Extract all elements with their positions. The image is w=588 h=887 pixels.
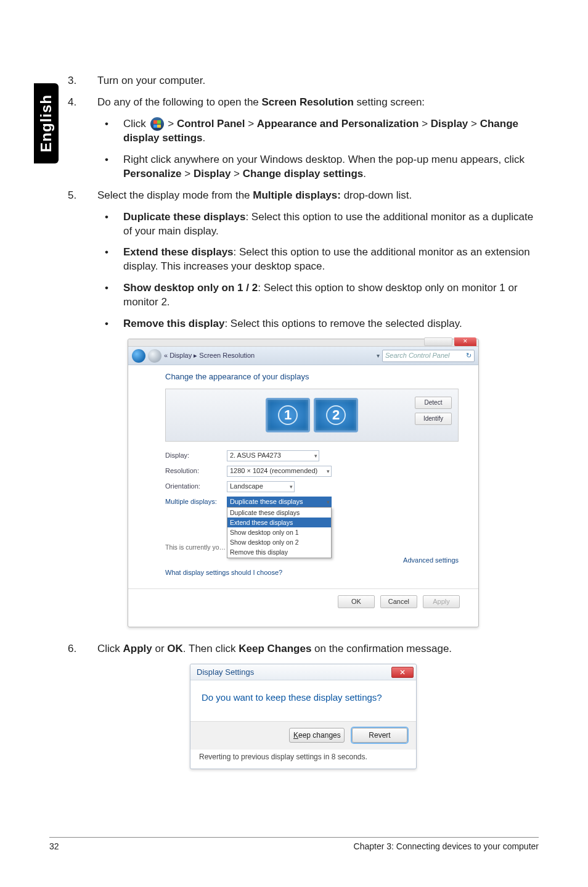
- step-5-opt-1-text: Duplicate these displays: Select this op…: [123, 210, 539, 239]
- text: >: [165, 118, 177, 130]
- text: or: [152, 643, 168, 654]
- start-orb-icon: [150, 117, 164, 131]
- text: >: [245, 118, 256, 130]
- step-5-opt-4-text: Remove this display: Select this options…: [123, 317, 539, 331]
- step-3: 3. Turn on your computer.: [68, 74, 539, 88]
- multiple-displays-select[interactable]: Duplicate these displays: [227, 497, 332, 508]
- window-minmax-icon[interactable]: [424, 337, 452, 346]
- step-5-opt-1: • Duplicate these displays: Select this …: [97, 210, 539, 239]
- ok-button[interactable]: OK: [338, 595, 375, 608]
- step-4-bullet-1: • Click > Control Panel > Appearance and…: [97, 117, 539, 146]
- step-4-bullet-2: • Right click anywhere on your Windows d…: [97, 153, 539, 181]
- dropdown-opt-only2[interactable]: Show desktop only on 2: [227, 537, 331, 547]
- text: >: [231, 168, 242, 179]
- text: Right click anywhere on your Windows des…: [123, 154, 525, 165]
- page-number: 32: [49, 841, 59, 851]
- dropdown-opt-duplicate[interactable]: Duplicate these displays: [227, 508, 331, 518]
- text-bold: Multiple displays:: [253, 189, 341, 201]
- text-bold: Extend these displays: [123, 246, 234, 258]
- what-settings-link[interactable]: What display settings should I choose?: [165, 568, 459, 577]
- search-refresh-icon[interactable]: ↻: [466, 351, 472, 360]
- orientation-select[interactable]: Landscape: [227, 481, 295, 492]
- text: >: [419, 118, 430, 130]
- language-tab-label: English: [38, 94, 55, 152]
- text: Select the display mode from the: [97, 189, 253, 201]
- step-5-opt-2: • Extend these displays: Select this opt…: [97, 245, 539, 274]
- resolution-select[interactable]: 1280 × 1024 (recommended): [227, 466, 332, 477]
- step-5: 5. Select the display mode from the Mult…: [68, 189, 539, 203]
- display-label: Display:: [165, 451, 227, 460]
- text: .: [363, 168, 366, 179]
- dropdown-opt-extend[interactable]: Extend these displays: [227, 518, 331, 527]
- multiple-displays-label: Multiple displays:: [165, 497, 227, 506]
- step-6-number: 6.: [68, 642, 97, 656]
- display-row: Display: 2. ASUS PA4273: [165, 450, 459, 461]
- language-tab: English: [34, 83, 59, 163]
- step-3-number: 3.: [68, 74, 97, 88]
- keep-changes-button[interactable]: Keep changes: [289, 728, 345, 743]
- text: >: [468, 118, 480, 130]
- dropdown-opt-only1[interactable]: Show desktop only on 1: [227, 527, 331, 537]
- step-5-text: Select the display mode from the Multipl…: [97, 189, 539, 203]
- forward-button-icon[interactable]: [148, 349, 161, 363]
- text-bold: Display: [194, 168, 231, 179]
- text-bold: Show desktop only on 1 / 2: [123, 282, 258, 294]
- back-button-icon[interactable]: [132, 349, 145, 363]
- text: drop-down list.: [341, 189, 412, 201]
- breadcrumb-dropdown-icon[interactable]: ▾: [377, 352, 380, 360]
- page-footer: 32 Chapter 3: Connecting devices to your…: [49, 837, 539, 851]
- text-bold: OK: [167, 643, 183, 654]
- dropdown-opt-remove[interactable]: Remove this display: [227, 547, 331, 557]
- text: eep changes: [298, 731, 341, 740]
- bullet-marker: •: [97, 153, 123, 181]
- orientation-label: Orientation:: [165, 482, 227, 491]
- dialog-close-icon[interactable]: ✕: [391, 667, 414, 678]
- orientation-row: Orientation: Landscape: [165, 481, 459, 492]
- step-5-opt-3-text: Show desktop only on 1 / 2: Select this …: [123, 281, 539, 310]
- window-titlebar: ✕: [128, 339, 478, 347]
- detect-button[interactable]: Detect: [415, 397, 452, 409]
- step-4-bullet-2-text: Right click anywhere on your Windows des…: [123, 153, 539, 181]
- identify-button[interactable]: Identify: [415, 413, 452, 425]
- step-4-text: Do any of the following to open the Scre…: [97, 96, 539, 110]
- step-4-number: 4.: [68, 96, 97, 110]
- step-4-bullets: • Click > Control Panel > Appearance and…: [97, 117, 539, 181]
- bullet-marker: •: [97, 281, 123, 310]
- text: Advanced settings: [403, 556, 459, 564]
- display-select[interactable]: 2. ASUS PA4273: [227, 450, 319, 461]
- step-3-text: Turn on your computer.: [97, 74, 539, 88]
- window-close-icon[interactable]: ✕: [454, 337, 476, 346]
- text-bold: Keep Changes: [239, 643, 311, 654]
- text-bold: Appearance and Personalization: [257, 118, 419, 130]
- keep-changes-figure: Display Settings ✕ Do you want to keep t…: [68, 664, 539, 769]
- step-5-opt-4: • Remove this display: Select this optio…: [97, 317, 539, 331]
- revert-button[interactable]: Revert: [352, 728, 407, 743]
- monitor-2-icon[interactable]: 2: [314, 398, 358, 432]
- text: : Select this options to remove the sele…: [224, 318, 462, 329]
- text: .: [202, 132, 205, 144]
- monitors-preview[interactable]: 1 2 Detect Identify: [165, 389, 459, 442]
- step-4-trail: setting screen:: [354, 96, 425, 108]
- multiple-displays-dropdown[interactable]: Duplicate these displays Extend these di…: [227, 507, 332, 558]
- cancel-button[interactable]: Cancel: [380, 595, 417, 608]
- text: K: [293, 731, 298, 740]
- explorer-nav-bar: « Display ▸ Screen Resolution ▾ Search C…: [128, 347, 478, 365]
- text-bold: Display: [431, 118, 468, 130]
- search-input[interactable]: Search Control Panel ↻: [382, 350, 475, 362]
- monitor-side-buttons: Detect Identify: [415, 397, 452, 425]
- display-settings-dialog: Display Settings ✕ Do you want to keep t…: [190, 664, 417, 769]
- text-bold: Change display settings: [243, 168, 364, 179]
- step-6-text: Click Apply or OK. Then click Keep Chang…: [97, 642, 539, 656]
- breadcrumb[interactable]: « Display ▸ Screen Resolution: [164, 351, 374, 360]
- apply-button[interactable]: Apply: [423, 595, 460, 608]
- text-bold: Duplicate these displays: [123, 211, 245, 223]
- monitor-1-label: 1: [278, 405, 298, 425]
- chapter-title: Chapter 3: Connecting devices to your co…: [354, 841, 539, 851]
- monitor-1-icon[interactable]: 1: [266, 398, 310, 432]
- bullet-marker: •: [97, 210, 123, 239]
- step-6: 6. Click Apply or OK. Then click Keep Ch…: [68, 642, 539, 656]
- step-5-opt-3: • Show desktop only on 1 / 2: Select thi…: [97, 281, 539, 310]
- dialog-title: Display Settings: [197, 667, 254, 678]
- resolution-row: Resolution: 1280 × 1024 (recommended): [165, 466, 459, 477]
- dialog-footer-text: Reverting to previous display settings i…: [190, 749, 416, 768]
